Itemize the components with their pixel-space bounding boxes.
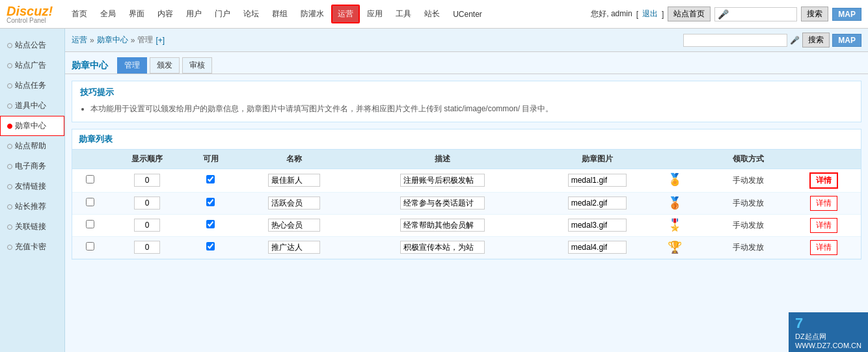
sidebar-item-友情链接[interactable]: 友情链接 bbox=[0, 176, 64, 196]
logo-sub: Control Panel bbox=[7, 18, 53, 24]
order-input[interactable] bbox=[134, 174, 160, 187]
search-input[interactable] bbox=[729, 10, 794, 19]
name-input[interactable] bbox=[268, 219, 320, 232]
logo[interactable]: Discuz! Control Panel bbox=[7, 5, 53, 24]
sidebar-label: 道具中心 bbox=[15, 100, 46, 111]
sidebar-item-电子商务[interactable]: 电子商务 bbox=[0, 156, 64, 176]
tab-grant[interactable]: 颁发 bbox=[150, 57, 180, 74]
detail-button[interactable]: 详情 bbox=[809, 172, 838, 189]
desc-input[interactable] bbox=[400, 241, 485, 254]
map-button[interactable]: MAP bbox=[832, 8, 861, 21]
img-input[interactable] bbox=[568, 174, 627, 187]
sidebar-item-站点广告[interactable]: 站点广告 bbox=[0, 55, 64, 75]
nav-item-UCenter[interactable]: UCenter bbox=[447, 7, 488, 22]
detail-button[interactable]: 详情 bbox=[810, 240, 837, 255]
sidebar-item-勋章中心[interactable]: 勋章中心 bbox=[0, 116, 64, 136]
sidebar-item-充值卡密[interactable]: 充值卡密 bbox=[0, 237, 64, 257]
row-checkbox[interactable] bbox=[86, 242, 94, 250]
img-input[interactable] bbox=[568, 219, 627, 232]
sidebar-item-道具中心[interactable]: 道具中心 bbox=[0, 96, 64, 116]
name-input[interactable] bbox=[268, 174, 320, 187]
nav-item-用户[interactable]: 用户 bbox=[180, 5, 208, 23]
breadcrumb-search-input[interactable] bbox=[683, 34, 787, 47]
bracket-right: ] bbox=[662, 10, 664, 19]
medal-section-title: 勋章列表 bbox=[72, 129, 861, 150]
nav-item-全局[interactable]: 全局 bbox=[94, 5, 122, 23]
user-greeting: 您好, admin bbox=[591, 8, 632, 20]
nav-item-界面[interactable]: 界面 bbox=[123, 5, 150, 23]
medal-tbody: 🏅手动发放详情🥉手动发放详情🎖️手动发放详情🏆手动发放详情 bbox=[72, 169, 861, 258]
nav-item-工具[interactable]: 工具 bbox=[390, 5, 417, 23]
nav-item-群组[interactable]: 群组 bbox=[266, 5, 293, 23]
search-button[interactable]: 搜索 bbox=[801, 7, 828, 21]
nav-item-内容[interactable]: 内容 bbox=[152, 5, 179, 23]
sidebar-item-站长推荐[interactable]: 站长推荐 bbox=[0, 196, 64, 217]
sidebar-label: 友情链接 bbox=[15, 181, 46, 192]
col-img: 勋章图片 bbox=[532, 150, 662, 169]
img-input[interactable] bbox=[568, 241, 627, 254]
enabled-checkbox[interactable] bbox=[206, 220, 215, 228]
row-checkbox[interactable] bbox=[86, 220, 94, 228]
tab-review[interactable]: 审核 bbox=[182, 57, 212, 74]
sidebar-dot bbox=[7, 204, 12, 210]
header: Discuz! Control Panel 首页全局界面内容用户门户论坛群组防灌… bbox=[0, 0, 868, 29]
nav-item-站长[interactable]: 站长 bbox=[418, 5, 446, 23]
medal-table: 显示顺序 可用 名称 描述 勋章图片 领取方式 🏅手动发放详情🥉手动发放详情🎖️… bbox=[72, 150, 861, 259]
tabs: 勋章中心 管理 颁发 审核 bbox=[65, 52, 868, 74]
nav-item-首页[interactable]: 首页 bbox=[66, 5, 93, 23]
medal-icon: 🏆 bbox=[662, 237, 687, 258]
sidebar-label: 站长推荐 bbox=[15, 201, 46, 212]
nav-item-门户[interactable]: 门户 bbox=[209, 5, 236, 23]
nav-item-应用[interactable]: 应用 bbox=[361, 5, 388, 23]
sidebar-dot bbox=[7, 224, 12, 230]
enabled-checkbox[interactable] bbox=[206, 198, 215, 206]
table-row: 🏅手动发放详情 bbox=[72, 169, 861, 192]
col-check bbox=[72, 150, 108, 169]
desc-input[interactable] bbox=[400, 219, 485, 232]
row-checkbox[interactable] bbox=[86, 175, 94, 183]
breadcrumb-map-button[interactable]: MAP bbox=[832, 34, 861, 47]
desc-input[interactable] bbox=[400, 196, 485, 210]
sidebar-item-站点帮助[interactable]: 站点帮助 bbox=[0, 136, 64, 156]
header-right: 您好, admin [ 退出 ] 站点首页 🎤 搜索 MAP bbox=[591, 7, 861, 21]
medal-icon: 🥉 bbox=[662, 193, 687, 213]
order-input[interactable] bbox=[134, 241, 160, 254]
order-input[interactable] bbox=[134, 219, 160, 232]
site-home-button[interactable]: 站点首页 bbox=[668, 7, 711, 21]
breadcrumb-add[interactable]: [+] bbox=[156, 36, 165, 45]
sidebar-label: 站点帮助 bbox=[15, 141, 46, 152]
nav-item-论坛[interactable]: 论坛 bbox=[237, 5, 265, 23]
name-input[interactable] bbox=[268, 196, 320, 210]
enabled-checkbox[interactable] bbox=[206, 242, 215, 250]
name-input[interactable] bbox=[268, 241, 320, 254]
col-method: 领取方式 bbox=[709, 150, 787, 169]
table-row: 🥉手动发放详情 bbox=[72, 192, 861, 214]
breadcrumb-search-button[interactable]: 搜索 bbox=[802, 33, 830, 47]
breadcrumb-yy[interactable]: 运营 bbox=[72, 34, 87, 46]
nav-item-防灌水[interactable]: 防灌水 bbox=[295, 5, 330, 23]
sidebar-item-站点公告[interactable]: 站点公告 bbox=[0, 35, 64, 55]
wm-line1: DZ起点网 bbox=[795, 332, 826, 340]
table-header-row: 显示顺序 可用 名称 描述 勋章图片 领取方式 bbox=[72, 150, 861, 169]
mic-icon: 🎤 bbox=[718, 9, 729, 20]
detail-button[interactable]: 详情 bbox=[810, 218, 837, 233]
sidebar-dot bbox=[7, 144, 12, 149]
detail-button[interactable]: 详情 bbox=[810, 196, 837, 211]
sidebar-label: 站点公告 bbox=[15, 40, 46, 51]
sidebar-item-站点任务[interactable]: 站点任务 bbox=[0, 75, 64, 96]
tab-manage[interactable]: 管理 bbox=[117, 57, 147, 74]
nav-item-运营[interactable]: 运营 bbox=[331, 5, 360, 23]
breadcrumb-medal[interactable]: 勋章中心 bbox=[97, 34, 128, 46]
col-enabled: 可用 bbox=[186, 150, 235, 169]
row-checkbox[interactable] bbox=[86, 198, 94, 206]
enabled-checkbox[interactable] bbox=[206, 175, 215, 183]
img-input[interactable] bbox=[568, 196, 627, 210]
sidebar-dot bbox=[7, 103, 12, 109]
desc-input[interactable] bbox=[400, 174, 485, 187]
order-input[interactable] bbox=[134, 196, 160, 210]
logout-link[interactable]: 退出 bbox=[642, 8, 658, 20]
col-name: 名称 bbox=[236, 150, 353, 169]
sidebar-item-关联链接[interactable]: 关联链接 bbox=[0, 217, 64, 237]
sidebar-label: 电子商务 bbox=[15, 161, 46, 172]
col-action bbox=[787, 150, 861, 169]
